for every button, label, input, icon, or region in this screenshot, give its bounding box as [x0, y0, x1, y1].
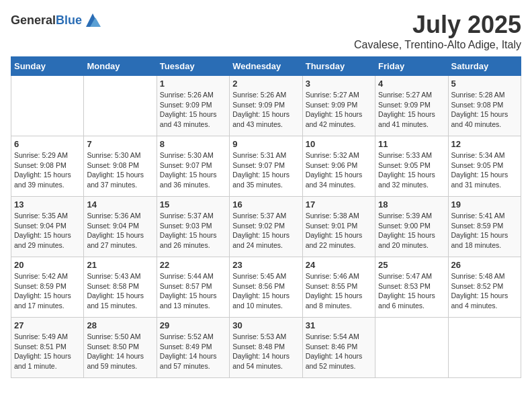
calendar-cell: 26Sunrise: 5:48 AMSunset: 8:52 PMDayligh… [448, 257, 521, 318]
day-info: Sunrise: 5:44 AMSunset: 8:57 PMDaylight:… [160, 271, 226, 311]
day-info: Sunrise: 5:30 AMSunset: 9:07 PMDaylight:… [160, 150, 226, 190]
calendar-cell [11, 76, 84, 136]
calendar-cell: 23Sunrise: 5:45 AMSunset: 8:56 PMDayligh… [230, 257, 302, 318]
calendar-cell [448, 318, 521, 378]
day-number: 24 [306, 260, 372, 270]
logo-icon [83, 11, 102, 30]
logo-blue: Blue [56, 13, 82, 27]
calendar-cell: 19Sunrise: 5:41 AMSunset: 8:59 PMDayligh… [448, 197, 521, 257]
day-number: 11 [378, 139, 445, 149]
day-number: 16 [232, 199, 299, 210]
day-info: Sunrise: 5:31 AMSunset: 9:07 PMDaylight:… [232, 150, 299, 190]
day-info: Sunrise: 5:28 AMSunset: 9:08 PMDaylight:… [451, 90, 518, 130]
day-info: Sunrise: 5:27 AMSunset: 9:09 PMDaylight:… [306, 90, 372, 130]
calendar-cell: 29Sunrise: 5:52 AMSunset: 8:49 PMDayligh… [157, 318, 229, 378]
calendar-cell: 18Sunrise: 5:39 AMSunset: 9:00 PMDayligh… [375, 197, 448, 257]
day-number: 13 [14, 199, 81, 210]
header-day: Saturday [448, 57, 521, 76]
calendar-table: SundayMondayTuesdayWednesdayThursdayFrid… [11, 56, 521, 378]
calendar-cell: 4Sunrise: 5:27 AMSunset: 9:09 PMDaylight… [375, 76, 448, 136]
day-info: Sunrise: 5:54 AMSunset: 8:46 PMDaylight:… [306, 332, 372, 371]
calendar-cell: 28Sunrise: 5:50 AMSunset: 8:50 PMDayligh… [84, 318, 157, 378]
day-info: Sunrise: 5:32 AMSunset: 9:06 PMDaylight:… [306, 150, 372, 190]
day-info: Sunrise: 5:42 AMSunset: 8:59 PMDaylight:… [14, 271, 81, 311]
day-number: 19 [451, 199, 518, 210]
day-info: Sunrise: 5:48 AMSunset: 8:52 PMDaylight:… [451, 271, 518, 311]
day-info: Sunrise: 5:36 AMSunset: 9:04 PMDaylight:… [87, 211, 153, 250]
calendar-week-row: 27Sunrise: 5:49 AMSunset: 8:51 PMDayligh… [11, 318, 521, 378]
day-info: Sunrise: 5:45 AMSunset: 8:56 PMDaylight:… [232, 271, 299, 311]
day-number: 1 [160, 79, 226, 89]
day-info: Sunrise: 5:26 AMSunset: 9:09 PMDaylight:… [232, 90, 299, 130]
day-number: 4 [378, 79, 445, 89]
day-number: 26 [451, 260, 518, 270]
title-area: July 2025 Cavalese, Trentino-Alto Adige,… [354, 11, 521, 51]
day-number: 30 [232, 320, 299, 330]
calendar-cell: 27Sunrise: 5:49 AMSunset: 8:51 PMDayligh… [11, 318, 84, 378]
header-day: Sunday [11, 57, 84, 76]
day-number: 8 [160, 139, 226, 149]
calendar-week-row: 13Sunrise: 5:35 AMSunset: 9:04 PMDayligh… [11, 197, 521, 257]
location-title: Cavalese, Trentino-Alto Adige, Italy [354, 39, 521, 51]
day-info: Sunrise: 5:38 AMSunset: 9:01 PMDaylight:… [306, 211, 372, 250]
day-number: 15 [160, 199, 226, 210]
calendar-cell: 2Sunrise: 5:26 AMSunset: 9:09 PMDaylight… [230, 76, 302, 136]
day-info: Sunrise: 5:39 AMSunset: 9:00 PMDaylight:… [378, 211, 445, 250]
calendar-cell: 31Sunrise: 5:54 AMSunset: 8:46 PMDayligh… [302, 318, 375, 378]
calendar-cell: 13Sunrise: 5:35 AMSunset: 9:04 PMDayligh… [11, 197, 84, 257]
day-number: 18 [378, 199, 445, 210]
day-info: Sunrise: 5:52 AMSunset: 8:49 PMDaylight:… [160, 332, 226, 371]
calendar-cell: 7Sunrise: 5:30 AMSunset: 9:08 PMDaylight… [84, 136, 157, 197]
calendar-cell: 8Sunrise: 5:30 AMSunset: 9:07 PMDaylight… [157, 136, 229, 197]
header-day: Friday [375, 57, 448, 76]
day-number: 14 [87, 199, 153, 210]
day-info: Sunrise: 5:34 AMSunset: 9:05 PMDaylight:… [451, 150, 518, 190]
calendar-cell: 12Sunrise: 5:34 AMSunset: 9:05 PMDayligh… [448, 136, 521, 197]
day-number: 17 [306, 199, 372, 210]
page-header: GeneralBlue July 2025 Cavalese, Trentino… [11, 11, 521, 51]
day-number: 29 [160, 320, 226, 330]
day-number: 2 [232, 79, 299, 89]
day-number: 31 [306, 320, 372, 330]
day-number: 6 [14, 139, 81, 149]
calendar-cell: 1Sunrise: 5:26 AMSunset: 9:09 PMDaylight… [157, 76, 229, 136]
day-info: Sunrise: 5:37 AMSunset: 9:03 PMDaylight:… [160, 211, 226, 250]
day-number: 20 [14, 260, 81, 270]
day-number: 27 [14, 320, 81, 330]
calendar-cell [84, 76, 157, 136]
day-info: Sunrise: 5:49 AMSunset: 8:51 PMDaylight:… [14, 332, 81, 371]
calendar-cell: 30Sunrise: 5:53 AMSunset: 8:48 PMDayligh… [230, 318, 302, 378]
day-number: 3 [306, 79, 372, 89]
day-info: Sunrise: 5:35 AMSunset: 9:04 PMDaylight:… [14, 211, 81, 250]
day-info: Sunrise: 5:26 AMSunset: 9:09 PMDaylight:… [160, 90, 226, 130]
day-number: 25 [378, 260, 445, 270]
day-number: 9 [232, 139, 299, 149]
calendar-cell: 3Sunrise: 5:27 AMSunset: 9:09 PMDaylight… [302, 76, 375, 136]
calendar-cell: 9Sunrise: 5:31 AMSunset: 9:07 PMDaylight… [230, 136, 302, 197]
day-info: Sunrise: 5:43 AMSunset: 8:58 PMDaylight:… [87, 271, 153, 311]
calendar-week-row: 6Sunrise: 5:29 AMSunset: 9:08 PMDaylight… [11, 136, 521, 197]
calendar-cell: 14Sunrise: 5:36 AMSunset: 9:04 PMDayligh… [84, 197, 157, 257]
calendar-cell: 20Sunrise: 5:42 AMSunset: 8:59 PMDayligh… [11, 257, 84, 318]
calendar-week-row: 20Sunrise: 5:42 AMSunset: 8:59 PMDayligh… [11, 257, 521, 318]
month-title: July 2025 [354, 11, 521, 39]
header-row: SundayMondayTuesdayWednesdayThursdayFrid… [11, 57, 521, 76]
day-number: 22 [160, 260, 226, 270]
calendar-cell: 16Sunrise: 5:37 AMSunset: 9:02 PMDayligh… [230, 197, 302, 257]
calendar-cell: 24Sunrise: 5:46 AMSunset: 8:55 PMDayligh… [302, 257, 375, 318]
day-number: 5 [451, 79, 518, 89]
day-number: 12 [451, 139, 518, 149]
day-number: 23 [232, 260, 299, 270]
calendar-cell: 15Sunrise: 5:37 AMSunset: 9:03 PMDayligh… [157, 197, 229, 257]
day-info: Sunrise: 5:33 AMSunset: 9:05 PMDaylight:… [378, 150, 445, 190]
day-info: Sunrise: 5:50 AMSunset: 8:50 PMDaylight:… [87, 332, 153, 371]
header-day: Thursday [302, 57, 375, 76]
logo: GeneralBlue [11, 11, 102, 30]
day-number: 21 [87, 260, 153, 270]
logo-general: General [11, 13, 56, 27]
day-info: Sunrise: 5:41 AMSunset: 8:59 PMDaylight:… [451, 211, 518, 250]
day-info: Sunrise: 5:53 AMSunset: 8:48 PMDaylight:… [232, 332, 299, 371]
calendar-cell: 22Sunrise: 5:44 AMSunset: 8:57 PMDayligh… [157, 257, 229, 318]
calendar-cell: 21Sunrise: 5:43 AMSunset: 8:58 PMDayligh… [84, 257, 157, 318]
day-number: 10 [306, 139, 372, 149]
